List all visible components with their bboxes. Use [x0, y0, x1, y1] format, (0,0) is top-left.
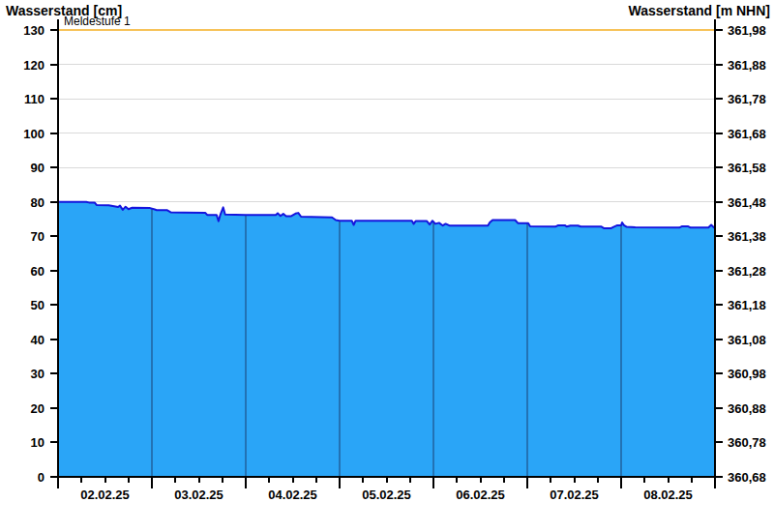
left-axis-ticks: 0102030405060708090100110120130	[23, 23, 58, 485]
threshold-label: Meldestufe 1	[64, 15, 131, 28]
x-axis-date-label: 08.02.25	[643, 488, 693, 502]
chart-canvas: 0102030405060708090100110120130360,68360…	[0, 0, 774, 532]
right-axis-ticks: 360,68360,78360,88360,98361,08361,18361,…	[715, 23, 766, 485]
left-tick-label: 40	[31, 333, 45, 347]
left-tick-label: 60	[31, 264, 45, 279]
right-tick-label: 361,48	[728, 195, 766, 210]
right-tick-label: 360,78	[728, 435, 766, 450]
right-tick-label: 361,88	[728, 58, 766, 73]
left-tick-label: 90	[31, 161, 45, 175]
left-tick-label: 120	[23, 58, 45, 73]
left-tick-label: 110	[24, 92, 45, 106]
right-tick-label: 361,68	[728, 127, 766, 141]
right-tick-label: 361,38	[728, 229, 766, 244]
water-level-area	[58, 202, 715, 477]
left-tick-label: 130	[23, 23, 45, 38]
left-tick-label: 70	[31, 229, 45, 244]
left-tick-label: 100	[23, 127, 45, 141]
left-tick-label: 10	[31, 435, 45, 450]
right-tick-label: 361,58	[728, 161, 766, 175]
right-tick-label: 361,78	[728, 92, 766, 106]
right-tick-label: 361,98	[728, 23, 766, 38]
x-axis-date-label: 02.02.25	[80, 488, 130, 502]
x-axis-ticks: 02.02.2503.02.2504.02.2505.02.2506.02.25…	[58, 477, 715, 502]
right-tick-label: 361,18	[728, 298, 766, 312]
left-tick-label: 80	[31, 195, 45, 210]
left-tick-label: 20	[31, 401, 45, 416]
left-tick-label: 30	[31, 367, 45, 381]
x-axis-date-label: 04.02.25	[268, 488, 317, 502]
right-tick-label: 360,88	[728, 401, 766, 416]
right-tick-label: 360,98	[728, 367, 766, 381]
x-axis-date-label: 03.02.25	[174, 488, 223, 502]
x-axis-date-label: 06.02.25	[456, 488, 505, 502]
right-tick-label: 361,08	[728, 333, 766, 347]
left-tick-label: 50	[31, 298, 45, 312]
water-level-chart: Wasserstand [cm] Wasserstand [m NHN] 010…	[0, 0, 774, 532]
right-tick-label: 361,28	[728, 264, 766, 279]
right-tick-label: 360,68	[728, 470, 766, 485]
x-axis-date-label: 07.02.25	[550, 488, 599, 502]
x-axis-date-label: 05.02.25	[362, 488, 411, 502]
left-tick-label: 0	[38, 470, 45, 485]
